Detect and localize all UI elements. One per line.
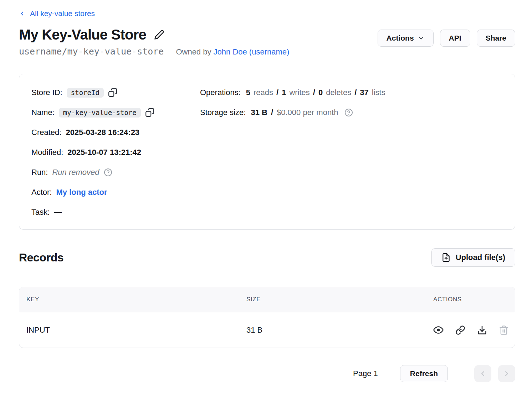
link-icon [455, 325, 465, 335]
modified-row: Modified: 2025-10-07 13:21:42 [31, 147, 200, 158]
copy-name-button[interactable] [145, 108, 154, 117]
created-label: Created: [31, 128, 61, 137]
previous-page-button[interactable] [474, 365, 491, 382]
task-value: — [54, 208, 62, 217]
actions-button[interactable]: Actions [378, 30, 434, 47]
record-size: 31 B [246, 326, 414, 335]
task-label: Task: [31, 208, 50, 217]
question-circle-icon [344, 108, 353, 117]
column-header-size: SIZE [246, 296, 414, 303]
store-id-label: Store ID: [31, 88, 62, 97]
actor-label: Actor: [31, 188, 52, 197]
copy-icon [145, 108, 154, 117]
breadcrumb-label: All key-value stores [30, 9, 95, 18]
storage-cost-value: $0.000 per month [277, 108, 338, 117]
run-value: Run removed [52, 168, 99, 177]
download-icon [477, 325, 487, 335]
name-value: my-key-value-store [59, 108, 141, 118]
column-header-actions: ACTIONS [414, 296, 515, 303]
storage-help-button[interactable] [344, 108, 353, 117]
name-label: Name: [31, 108, 55, 117]
copy-record-link-button[interactable] [455, 325, 465, 335]
copy-icon [108, 88, 117, 97]
task-row: Task: — [31, 207, 200, 218]
breadcrumb-back-link[interactable]: All key-value stores [19, 9, 95, 18]
pencil-icon [154, 30, 164, 40]
store-id-row: Store ID: storeId [31, 87, 200, 98]
page-header: My Key-Value Store username/my-key-value… [19, 27, 515, 57]
page-indicator: Page 1 [353, 369, 378, 378]
next-page-button[interactable] [498, 365, 515, 382]
owned-by-text: Owned by John Doe (username) [176, 47, 289, 57]
chevron-down-icon [418, 35, 425, 42]
created-row: Created: 2025-03-28 16:24:23 [31, 127, 200, 138]
chevron-left-icon [479, 370, 487, 378]
created-value: 2025-03-28 16:24:23 [66, 128, 139, 137]
table-row: INPUT 31 B [19, 312, 515, 348]
table-header-row: KEY SIZE ACTIONS [19, 287, 515, 312]
column-header-key: KEY [19, 296, 246, 303]
refresh-button[interactable]: Refresh [400, 365, 448, 382]
run-row: Run: Run removed [31, 167, 200, 178]
modified-value: 2025-10-07 13:21:42 [67, 148, 141, 157]
operations-row: Operations: 5 reads / 1 writes / 0 delet… [200, 87, 503, 98]
actor-link[interactable]: My long actor [56, 188, 107, 197]
page-title: My Key-Value Store [19, 27, 146, 43]
edit-title-button[interactable] [153, 29, 165, 41]
actor-row: Actor: My long actor [31, 187, 200, 198]
store-details-card: Store ID: storeId Name: my-key-value-sto… [19, 74, 515, 230]
record-key: INPUT [19, 326, 246, 335]
records-heading: Records [19, 251, 63, 264]
operations-label: Operations: [200, 88, 241, 97]
storage-size-label: Storage size: [200, 108, 246, 117]
records-table: KEY SIZE ACTIONS INPUT 31 B [19, 287, 515, 348]
upload-files-button[interactable]: Upload file(s) [431, 248, 515, 267]
chevron-left-icon [19, 10, 25, 17]
download-record-button[interactable] [477, 325, 487, 335]
modified-label: Modified: [31, 148, 63, 157]
run-help-button[interactable] [104, 168, 112, 177]
view-record-button[interactable] [433, 325, 444, 335]
question-circle-icon [104, 168, 112, 177]
store-id-value: storeId [67, 88, 104, 98]
run-label: Run: [31, 168, 48, 177]
storage-size-row: Storage size: 31 B / $0.000 per month [200, 107, 503, 118]
storage-size-value: 31 B [251, 108, 267, 117]
trash-icon [499, 325, 509, 335]
file-upload-icon [441, 253, 451, 262]
share-button[interactable]: Share [477, 30, 515, 47]
eye-icon [433, 325, 444, 335]
chevron-right-icon [503, 370, 511, 378]
name-row: Name: my-key-value-store [31, 107, 200, 118]
store-path: username/my-key-value-store [19, 46, 164, 57]
copy-store-id-button[interactable] [108, 88, 117, 97]
pagination-bar: Page 1 Refresh [19, 365, 515, 382]
api-button[interactable]: API [440, 30, 470, 47]
owner-link[interactable]: John Doe (username) [214, 47, 290, 56]
delete-record-button[interactable] [499, 325, 509, 335]
records-header: Records Upload file(s) [19, 248, 515, 267]
